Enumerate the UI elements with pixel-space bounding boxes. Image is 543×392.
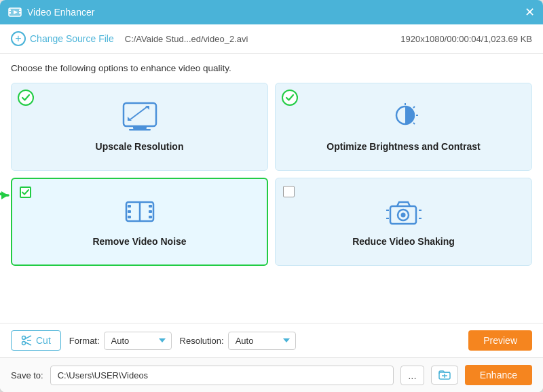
change-source-button[interactable]: + Change Source File [11, 31, 114, 46]
checkbox-brightness[interactable] [282, 90, 298, 106]
option-card-upscale[interactable]: Upscale Resolution [11, 83, 268, 171]
svg-rect-6 [124, 103, 156, 126]
preview-button[interactable]: Preview [468, 330, 532, 351]
app-window: Video Enhancer ✕ + Change Source File C:… [0, 0, 543, 392]
svg-rect-7 [133, 126, 147, 129]
save-dots-button[interactable]: ... [400, 366, 424, 385]
enhance-button[interactable]: Enhance [465, 365, 532, 385]
cut-label: Cut [36, 335, 51, 346]
app-icon [8, 5, 22, 19]
brightness-icon [385, 102, 423, 134]
svg-rect-23 [149, 205, 152, 208]
app-title: Video Enhancer [27, 7, 94, 18]
shaking-icon [385, 197, 423, 229]
svg-line-9 [130, 107, 147, 119]
close-button[interactable]: ✕ [525, 6, 535, 18]
svg-line-36 [25, 342, 31, 346]
brightness-title: Optimize Brightness and Contrast [326, 141, 480, 152]
file-info: 1920x1080/00:00:04/1,023.69 KB [400, 34, 532, 44]
option-card-shaking[interactable]: Reduce Video Shaking [275, 178, 532, 266]
check-icon [22, 189, 29, 195]
checkbox-shaking[interactable] [283, 186, 295, 197]
svg-rect-4 [19, 12, 21, 14]
options-label: Choose the following options to enhance … [11, 63, 532, 73]
option-card-noise[interactable]: Remove Video Noise [11, 178, 268, 266]
svg-line-16 [413, 123, 415, 124]
source-bar: + Change Source File C:/AVaide Stud...ed… [0, 24, 543, 54]
svg-rect-8 [129, 129, 151, 131]
bottom-toolbar: Cut Format: Auto MP4 AVI MOV MKV Resolut… [0, 323, 543, 357]
change-source-label: Change Source File [30, 33, 114, 44]
svg-rect-24 [149, 210, 152, 213]
noise-icon [121, 197, 159, 229]
save-path-input[interactable] [50, 366, 394, 385]
scissors-icon [21, 335, 32, 346]
svg-rect-22 [128, 216, 131, 218]
svg-rect-21 [128, 210, 131, 213]
upscale-icon [121, 102, 159, 134]
option-card-brightness[interactable]: Optimize Brightness and Contrast [275, 83, 532, 171]
svg-rect-2 [9, 12, 11, 14]
shaking-title: Reduce Video Shaking [352, 236, 455, 247]
svg-point-33 [22, 336, 26, 340]
save-folder-button[interactable] [431, 366, 458, 385]
format-label: Format: [69, 336, 100, 346]
cut-button[interactable]: Cut [11, 330, 61, 351]
save-to-label: Save to: [11, 370, 43, 380]
folder-icon [438, 370, 451, 380]
svg-rect-25 [149, 216, 152, 218]
upscale-title: Upscale Resolution [96, 141, 184, 152]
main-content: + Change Source File C:/AVaide Stud...ed… [0, 24, 543, 392]
title-bar-left: Video Enhancer [8, 5, 94, 19]
check-icon [285, 93, 295, 102]
resolution-group: Resolution: Auto 1080p 720p 480p [180, 332, 296, 350]
checkbox-upscale[interactable] [18, 90, 34, 106]
noise-title: Remove Video Noise [92, 236, 186, 247]
svg-point-28 [400, 213, 405, 218]
format-group: Format: Auto MP4 AVI MOV MKV [69, 332, 172, 350]
svg-line-35 [25, 336, 31, 339]
file-path: C:/AVaide Stud...ed/video_2.avi [125, 34, 248, 44]
save-bar: Save to: ... Enhance [0, 357, 543, 392]
arrow-annotation [0, 186, 14, 205]
svg-rect-1 [9, 9, 11, 11]
options-area: Choose the following options to enhance … [0, 54, 543, 323]
svg-point-34 [22, 342, 26, 345]
svg-rect-20 [128, 205, 131, 208]
options-grid: Upscale Resolution [11, 83, 532, 266]
format-select[interactable]: Auto MP4 AVI MOV MKV [104, 332, 172, 350]
checkbox-noise[interactable] [20, 187, 31, 198]
svg-rect-3 [19, 9, 21, 11]
resolution-select[interactable]: Auto 1080p 720p 480p [228, 332, 296, 350]
title-bar: Video Enhancer ✕ [0, 0, 543, 24]
svg-line-14 [413, 106, 415, 108]
check-icon [21, 93, 31, 102]
svg-marker-17 [1, 191, 8, 199]
resolution-label: Resolution: [180, 336, 224, 346]
plus-icon: + [11, 31, 26, 46]
